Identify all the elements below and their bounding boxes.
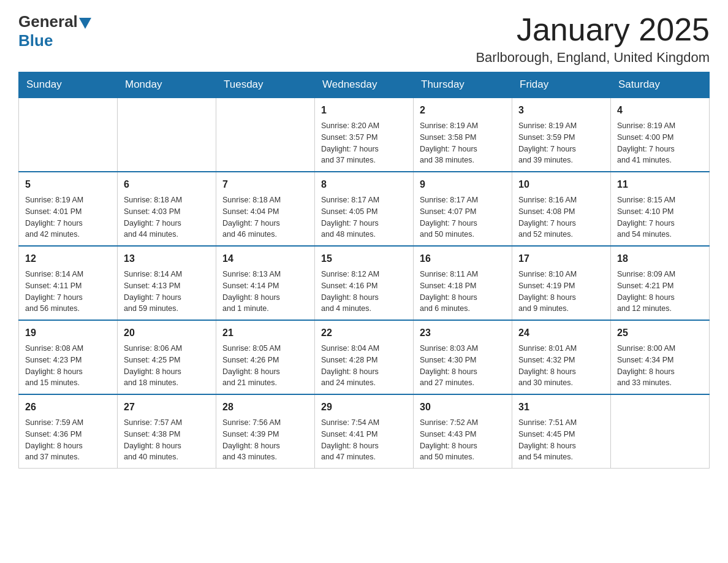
day-info: Sunrise: 8:12 AMSunset: 4:16 PMDaylight:…	[321, 269, 407, 315]
day-number: 19	[25, 326, 111, 340]
day-number: 4	[617, 103, 703, 118]
day-number: 29	[321, 400, 407, 415]
calendar-day-cell: 28Sunrise: 7:56 AMSunset: 4:39 PMDayligh…	[216, 394, 315, 469]
day-info: Sunrise: 8:19 AMSunset: 4:01 PMDaylight:…	[25, 194, 111, 240]
day-info: Sunrise: 8:20 AMSunset: 3:57 PMDaylight:…	[321, 120, 407, 166]
day-number: 25	[617, 326, 703, 340]
day-info: Sunrise: 8:17 AMSunset: 4:07 PMDaylight:…	[420, 194, 506, 240]
calendar-week-row: 12Sunrise: 8:14 AMSunset: 4:11 PMDayligh…	[19, 246, 710, 320]
calendar-day-cell: 11Sunrise: 8:15 AMSunset: 4:10 PMDayligh…	[611, 172, 710, 246]
calendar-header: SundayMondayTuesdayWednesdayThursdayFrid…	[19, 72, 710, 98]
calendar-week-row: 26Sunrise: 7:59 AMSunset: 4:36 PMDayligh…	[19, 394, 710, 469]
calendar-day-cell: 27Sunrise: 7:57 AMSunset: 4:38 PMDayligh…	[118, 394, 216, 469]
day-info: Sunrise: 7:51 AMSunset: 4:45 PMDaylight:…	[518, 417, 604, 463]
calendar-day-cell: 22Sunrise: 8:04 AMSunset: 4:28 PMDayligh…	[315, 320, 414, 394]
calendar-subtitle: Barlborough, England, United Kingdom	[476, 50, 710, 66]
day-info: Sunrise: 8:10 AMSunset: 4:19 PMDaylight:…	[518, 269, 604, 315]
calendar-day-cell: 7Sunrise: 8:18 AMSunset: 4:04 PMDaylight…	[216, 172, 315, 246]
calendar-day-cell: 21Sunrise: 8:05 AMSunset: 4:26 PMDayligh…	[216, 320, 315, 394]
day-number: 21	[222, 326, 308, 340]
day-info: Sunrise: 8:01 AMSunset: 4:32 PMDaylight:…	[518, 343, 604, 389]
day-info: Sunrise: 8:05 AMSunset: 4:26 PMDaylight:…	[222, 343, 308, 389]
weekday-header-sunday: Sunday	[19, 72, 118, 98]
day-info: Sunrise: 8:11 AMSunset: 4:18 PMDaylight:…	[420, 269, 506, 315]
logo-blue-text: Blue	[18, 31, 53, 50]
day-number: 7	[222, 177, 308, 192]
day-number: 30	[420, 400, 506, 415]
calendar-table: SundayMondayTuesdayWednesdayThursdayFrid…	[18, 72, 710, 469]
calendar-body: 1Sunrise: 8:20 AMSunset: 3:57 PMDaylight…	[19, 98, 710, 469]
day-number: 28	[222, 400, 308, 415]
day-number: 9	[420, 177, 506, 192]
calendar-day-cell: 29Sunrise: 7:54 AMSunset: 4:41 PMDayligh…	[315, 394, 414, 469]
calendar-empty-cell	[611, 394, 710, 469]
calendar-day-cell: 9Sunrise: 8:17 AMSunset: 4:07 PMDaylight…	[414, 172, 512, 246]
calendar-day-cell: 6Sunrise: 8:18 AMSunset: 4:03 PMDaylight…	[118, 172, 216, 246]
calendar-empty-cell	[216, 98, 315, 172]
title-area: January 2025 Barlborough, England, Unite…	[476, 12, 710, 66]
day-number: 18	[617, 251, 703, 266]
weekday-header-friday: Friday	[512, 72, 611, 98]
calendar-day-cell: 16Sunrise: 8:11 AMSunset: 4:18 PMDayligh…	[414, 246, 512, 320]
day-info: Sunrise: 8:18 AMSunset: 4:04 PMDaylight:…	[222, 194, 308, 240]
calendar-day-cell: 8Sunrise: 8:17 AMSunset: 4:05 PMDaylight…	[315, 172, 414, 246]
calendar-day-cell: 14Sunrise: 8:13 AMSunset: 4:14 PMDayligh…	[216, 246, 315, 320]
day-number: 1	[321, 103, 407, 118]
calendar-day-cell: 15Sunrise: 8:12 AMSunset: 4:16 PMDayligh…	[315, 246, 414, 320]
day-info: Sunrise: 8:19 AMSunset: 3:59 PMDaylight:…	[518, 120, 604, 166]
day-info: Sunrise: 7:56 AMSunset: 4:39 PMDaylight:…	[222, 417, 308, 463]
calendar-day-cell: 2Sunrise: 8:19 AMSunset: 3:58 PMDaylight…	[414, 98, 512, 172]
weekday-header-monday: Monday	[118, 72, 216, 98]
day-number: 20	[124, 326, 210, 340]
logo-general-text: General	[18, 12, 91, 31]
weekday-header-wednesday: Wednesday	[315, 72, 414, 98]
calendar-day-cell: 26Sunrise: 7:59 AMSunset: 4:36 PMDayligh…	[19, 394, 118, 469]
logo-triangle-icon	[79, 18, 91, 29]
day-number: 22	[321, 326, 407, 340]
calendar-day-cell: 24Sunrise: 8:01 AMSunset: 4:32 PMDayligh…	[512, 320, 611, 394]
calendar-day-cell: 3Sunrise: 8:19 AMSunset: 3:59 PMDaylight…	[512, 98, 611, 172]
day-number: 24	[518, 326, 604, 340]
day-info: Sunrise: 7:52 AMSunset: 4:43 PMDaylight:…	[420, 417, 506, 463]
day-info: Sunrise: 8:18 AMSunset: 4:03 PMDaylight:…	[124, 194, 210, 240]
calendar-day-cell: 5Sunrise: 8:19 AMSunset: 4:01 PMDaylight…	[19, 172, 118, 246]
page-header: General Blue January 2025 Barlborough, E…	[18, 12, 710, 66]
calendar-day-cell: 19Sunrise: 8:08 AMSunset: 4:23 PMDayligh…	[19, 320, 118, 394]
day-info: Sunrise: 8:00 AMSunset: 4:34 PMDaylight:…	[617, 343, 703, 389]
calendar-day-cell: 25Sunrise: 8:00 AMSunset: 4:34 PMDayligh…	[611, 320, 710, 394]
calendar-empty-cell	[19, 98, 118, 172]
day-info: Sunrise: 7:54 AMSunset: 4:41 PMDaylight:…	[321, 417, 407, 463]
day-info: Sunrise: 8:15 AMSunset: 4:10 PMDaylight:…	[617, 194, 703, 240]
day-info: Sunrise: 7:59 AMSunset: 4:36 PMDaylight:…	[25, 417, 111, 463]
day-info: Sunrise: 8:08 AMSunset: 4:23 PMDaylight:…	[25, 343, 111, 389]
calendar-day-cell: 31Sunrise: 7:51 AMSunset: 4:45 PMDayligh…	[512, 394, 611, 469]
calendar-week-row: 1Sunrise: 8:20 AMSunset: 3:57 PMDaylight…	[19, 98, 710, 172]
day-info: Sunrise: 8:09 AMSunset: 4:21 PMDaylight:…	[617, 269, 703, 315]
logo: General Blue	[18, 12, 91, 50]
calendar-week-row: 5Sunrise: 8:19 AMSunset: 4:01 PMDaylight…	[19, 172, 710, 246]
calendar-empty-cell	[118, 98, 216, 172]
day-number: 31	[518, 400, 604, 415]
calendar-title: January 2025	[476, 12, 710, 47]
day-number: 26	[25, 400, 111, 415]
day-info: Sunrise: 8:13 AMSunset: 4:14 PMDaylight:…	[222, 269, 308, 315]
day-number: 6	[124, 177, 210, 192]
calendar-day-cell: 20Sunrise: 8:06 AMSunset: 4:25 PMDayligh…	[118, 320, 216, 394]
calendar-day-cell: 13Sunrise: 8:14 AMSunset: 4:13 PMDayligh…	[118, 246, 216, 320]
day-number: 8	[321, 177, 407, 192]
day-number: 2	[420, 103, 506, 118]
day-info: Sunrise: 8:06 AMSunset: 4:25 PMDaylight:…	[124, 343, 210, 389]
day-info: Sunrise: 8:14 AMSunset: 4:11 PMDaylight:…	[25, 269, 111, 315]
day-number: 10	[518, 177, 604, 192]
weekday-header-thursday: Thursday	[414, 72, 512, 98]
day-number: 11	[617, 177, 703, 192]
day-number: 27	[124, 400, 210, 415]
calendar-day-cell: 30Sunrise: 7:52 AMSunset: 4:43 PMDayligh…	[414, 394, 512, 469]
calendar-day-cell: 18Sunrise: 8:09 AMSunset: 4:21 PMDayligh…	[611, 246, 710, 320]
calendar-day-cell: 1Sunrise: 8:20 AMSunset: 3:57 PMDaylight…	[315, 98, 414, 172]
calendar-day-cell: 10Sunrise: 8:16 AMSunset: 4:08 PMDayligh…	[512, 172, 611, 246]
day-number: 3	[518, 103, 604, 118]
day-info: Sunrise: 8:16 AMSunset: 4:08 PMDaylight:…	[518, 194, 604, 240]
day-info: Sunrise: 8:14 AMSunset: 4:13 PMDaylight:…	[124, 269, 210, 315]
day-info: Sunrise: 8:19 AMSunset: 4:00 PMDaylight:…	[617, 120, 703, 166]
